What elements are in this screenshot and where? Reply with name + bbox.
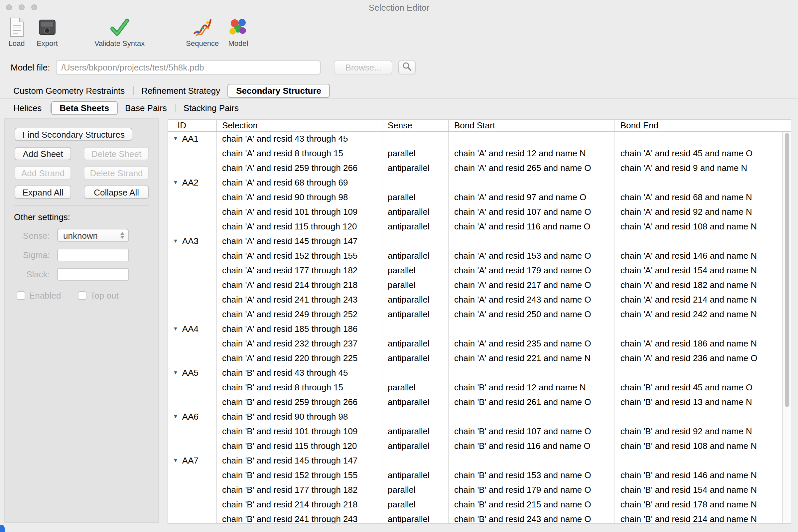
cell-bond-start: chain 'A' and resid 235 and name O xyxy=(449,337,615,351)
disclosure-triangle-icon[interactable]: ▼ xyxy=(173,322,178,337)
document-icon xyxy=(5,16,28,39)
table-row[interactable]: chain 'B' and resid 241 through 243antip… xyxy=(168,512,783,524)
sequence-button[interactable]: Sequence xyxy=(186,16,219,47)
browse-button[interactable]: Browse... xyxy=(334,60,393,74)
cell-sense: parallel xyxy=(382,278,449,292)
cell-bond-end xyxy=(615,132,783,146)
toolbar: Load Export Validate Syntax xyxy=(0,16,798,49)
delete-sheet-button[interactable]: Delete Sheet xyxy=(84,147,149,160)
table-group-row[interactable]: ▼AA6chain 'B' and resid 90 through 98 xyxy=(168,410,783,424)
cell-id xyxy=(168,337,217,351)
delete-strand-button[interactable]: Delete Strand xyxy=(84,166,149,179)
table-row[interactable]: chain 'A' and resid 259 through 266antip… xyxy=(168,161,783,175)
table-row[interactable]: chain 'B' and resid 214 through 218paral… xyxy=(168,497,783,512)
cell-sense: parallel xyxy=(382,497,449,512)
table-row[interactable]: chain 'A' and resid 214 through 218paral… xyxy=(168,278,783,292)
cell-bond-start: chain 'B' and resid 261 and name O xyxy=(449,395,615,410)
column-header-selection[interactable]: Selection xyxy=(217,120,382,131)
table-row[interactable]: chain 'A' and resid 90 through 98paralle… xyxy=(168,190,783,205)
table-group-row[interactable]: ▼AA2chain 'A' and resid 68 through 69 xyxy=(168,175,783,190)
load-button[interactable]: Load xyxy=(5,16,28,47)
table-row[interactable]: chain 'A' and resid 115 through 120antip… xyxy=(168,220,783,234)
model-button[interactable]: Model xyxy=(227,16,249,47)
sigma-input[interactable] xyxy=(57,249,129,261)
column-header-id[interactable]: ID xyxy=(168,120,217,131)
tab-beta-sheets[interactable]: Beta Sheets xyxy=(51,101,118,115)
table-row[interactable]: chain 'B' and resid 259 through 266antip… xyxy=(168,395,783,410)
table-row[interactable]: chain 'B' and resid 8 through 15parallel… xyxy=(168,380,783,395)
top-out-checkbox[interactable]: Top out xyxy=(77,291,118,301)
cell-bond-end: chain 'A' and resid 186 and name N xyxy=(615,337,783,351)
top-out-checkbox-box[interactable] xyxy=(77,291,86,300)
column-header-sense[interactable]: Sense xyxy=(382,120,449,131)
table-group-row[interactable]: ▼AA7chain 'B' and resid 145 through 147 xyxy=(168,454,783,468)
tab-refinement-strategy[interactable]: Refinement Strategy xyxy=(134,84,227,97)
minimize-window-icon[interactable] xyxy=(19,4,25,10)
tab-stacking-pairs[interactable]: Stacking Pairs xyxy=(176,102,246,114)
cell-bond-start xyxy=(449,234,615,249)
table-row[interactable]: chain 'B' and resid 152 through 155antip… xyxy=(168,468,783,483)
disclosure-triangle-icon[interactable]: ▼ xyxy=(173,454,178,468)
table-row[interactable]: chain 'A' and resid 220 through 225antip… xyxy=(168,351,783,366)
table-row[interactable]: chain 'B' and resid 101 through 109antip… xyxy=(168,424,783,439)
search-button[interactable] xyxy=(399,60,416,74)
cell-bond-end: chain 'A' and resid 9 and name N xyxy=(615,161,783,175)
disclosure-triangle-icon[interactable]: ▼ xyxy=(173,234,178,249)
tab-secondary-structure[interactable]: Secondary Structure xyxy=(227,83,330,97)
table-header: ID Selection Sense Bond Start Bond End xyxy=(168,120,791,132)
slack-input[interactable] xyxy=(57,268,129,281)
cell-bond-start xyxy=(449,175,615,190)
model-file-row: Model file: Browse... xyxy=(0,60,798,75)
find-secondary-structures-button[interactable]: Find Secondary Structures xyxy=(15,128,132,141)
table-row[interactable]: chain 'A' and resid 177 through 182paral… xyxy=(168,263,783,278)
cell-selection: chain 'A' and resid 249 through 252 xyxy=(217,307,382,322)
scrollbar-thumb[interactable] xyxy=(785,133,790,407)
table-group-row[interactable]: ▼AA5chain 'B' and resid 43 through 45 xyxy=(168,366,783,380)
disclosure-triangle-icon[interactable]: ▼ xyxy=(173,366,178,380)
sense-dropdown[interactable]: unknown xyxy=(57,229,129,242)
table-row[interactable]: chain 'A' and resid 101 through 109antip… xyxy=(168,205,783,220)
tab-custom-geometry-restraints[interactable]: Custom Geometry Restraints xyxy=(6,84,132,97)
table-row[interactable]: chain 'A' and resid 232 through 237antip… xyxy=(168,337,783,351)
add-strand-button[interactable]: Add Strand xyxy=(15,166,71,179)
table-group-row[interactable]: ▼AA3chain 'A' and resid 145 through 147 xyxy=(168,234,783,249)
close-window-icon[interactable] xyxy=(6,4,12,10)
collapse-all-button[interactable]: Collapse All xyxy=(84,186,149,199)
vertical-scrollbar[interactable] xyxy=(783,132,791,524)
table-row[interactable]: chain 'A' and resid 8 through 15parallel… xyxy=(168,146,783,161)
table-group-row[interactable]: ▼AA1chain 'A' and resid 43 through 45 xyxy=(168,132,783,146)
cell-id xyxy=(168,439,217,454)
table-group-row[interactable]: ▼AA4chain 'A' and resid 185 through 186 xyxy=(168,322,783,337)
cell-bond-start xyxy=(449,322,615,337)
disclosure-triangle-icon[interactable]: ▼ xyxy=(173,410,178,424)
tab-helices[interactable]: Helices xyxy=(6,102,49,114)
export-button[interactable]: Export xyxy=(36,16,58,47)
background-artifact xyxy=(0,525,5,532)
validate-syntax-button[interactable]: Validate Syntax xyxy=(94,16,145,47)
magnifier-icon xyxy=(403,61,412,73)
add-sheet-button[interactable]: Add Sheet xyxy=(15,147,71,160)
zoom-window-icon[interactable] xyxy=(31,4,37,10)
cell-bond-end: chain 'B' and resid 45 and name O xyxy=(615,380,783,395)
cell-sense xyxy=(382,410,449,424)
column-header-bond-start[interactable]: Bond Start xyxy=(449,120,615,131)
table-row[interactable]: chain 'B' and resid 177 through 182paral… xyxy=(168,483,783,497)
enabled-checkbox[interactable]: Enabled xyxy=(17,291,61,301)
cell-bond-start: chain 'B' and resid 116 and name O xyxy=(449,439,615,454)
table-row[interactable]: chain 'A' and resid 249 through 252antip… xyxy=(168,307,783,322)
cell-bond-start: chain 'A' and resid 153 and name O xyxy=(449,249,615,263)
tab-base-pairs[interactable]: Base Pairs xyxy=(118,102,174,114)
column-header-bond-end[interactable]: Bond End xyxy=(615,120,791,131)
disclosure-triangle-icon[interactable]: ▼ xyxy=(173,132,178,146)
disclosure-triangle-icon[interactable]: ▼ xyxy=(173,175,178,190)
cell-id: ▼AA7 xyxy=(168,454,217,468)
cell-sense: parallel xyxy=(382,380,449,395)
sheet-id-label: AA4 xyxy=(182,322,198,337)
enabled-checkbox-box[interactable] xyxy=(17,291,25,300)
cell-bond-end: chain 'A' and resid 182 and name N xyxy=(615,278,783,292)
expand-all-button[interactable]: Expand All xyxy=(15,186,71,199)
table-row[interactable]: chain 'A' and resid 152 through 155antip… xyxy=(168,249,783,263)
model-file-input[interactable] xyxy=(56,60,321,74)
table-row[interactable]: chain 'B' and resid 115 through 120antip… xyxy=(168,439,783,454)
table-row[interactable]: chain 'A' and resid 241 through 243antip… xyxy=(168,292,783,307)
